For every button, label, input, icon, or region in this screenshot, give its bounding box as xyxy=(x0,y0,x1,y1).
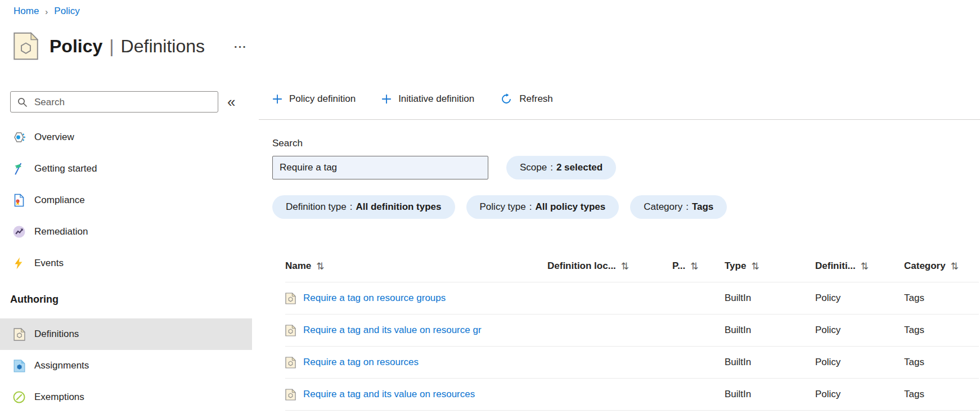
policy-name-link[interactable]: Require a tag on resource groups xyxy=(303,293,446,304)
pill-name: Policy type xyxy=(480,201,526,213)
type-cell: BuiltIn xyxy=(725,389,815,400)
sidebar-item-exemptions[interactable]: Exemptions xyxy=(0,381,252,413)
sort-icon: ⇅ xyxy=(861,260,869,272)
sidebar-item-events[interactable]: Events xyxy=(0,248,252,279)
column-header[interactable]: Category ⇅ xyxy=(904,260,979,272)
definition-type-cell: Policy xyxy=(815,325,904,336)
sidebar-item-label: Definitions xyxy=(34,329,79,340)
column-header[interactable]: Name ⇅ xyxy=(285,260,547,272)
policy-definition-button[interactable]: Policy definition xyxy=(272,93,356,105)
column-header[interactable]: Type ⇅ xyxy=(725,260,815,272)
type-cell: BuiltIn xyxy=(725,325,815,336)
sidebar-item-definitions[interactable]: Definitions xyxy=(0,318,252,350)
search-label: Search xyxy=(272,138,980,149)
filter-pill[interactable]: Definition type:All definition types xyxy=(272,195,455,219)
column-header-label: Definiti... xyxy=(815,260,856,272)
pill-separator: : xyxy=(686,201,689,213)
policy-definition-icon xyxy=(285,357,296,368)
sidebar-search-box[interactable] xyxy=(10,91,218,113)
pill-value: All definition types xyxy=(356,201,441,213)
sidebar-authoring-nav: Definitions Assignments xyxy=(0,318,252,413)
column-header-label: Name xyxy=(285,260,311,272)
sidebar-item-remediation[interactable]: Remediation xyxy=(0,216,252,248)
exemptions-icon xyxy=(12,390,26,404)
initiative-definition-label: Initiative definition xyxy=(398,93,474,105)
sort-icon: ⇅ xyxy=(751,260,759,272)
page-header: Policy | Definitions ··· xyxy=(14,32,250,60)
pill-separator: : xyxy=(550,162,553,173)
pill-value: All policy types xyxy=(535,201,605,213)
sidebar-item-label: Assignments xyxy=(34,360,89,371)
command-bar: Policy definition Initiative definition … xyxy=(259,79,980,120)
sidebar-item-compliance[interactable]: Compliance xyxy=(0,185,252,216)
policy-definition-icon xyxy=(285,389,296,401)
events-icon xyxy=(12,257,26,270)
sidebar-item-assignments[interactable]: Assignments xyxy=(0,350,252,381)
column-header-label: Type xyxy=(725,260,746,272)
pill-value: Tags xyxy=(692,201,713,213)
definitions-icon xyxy=(12,327,26,341)
overview-icon xyxy=(12,131,26,144)
initiative-definition-button[interactable]: Initiative definition xyxy=(381,93,474,105)
more-options-button[interactable]: ··· xyxy=(231,40,250,54)
policy-page-icon xyxy=(14,32,38,60)
assignments-icon xyxy=(12,359,26,372)
pill-name: Scope xyxy=(520,162,547,173)
policy-name-link[interactable]: Require a tag and its value on resource … xyxy=(303,325,482,336)
policy-name-link[interactable]: Require a tag on resources xyxy=(303,357,419,368)
sidebar-search-input[interactable] xyxy=(33,92,210,113)
sidebar-item-label: Overview xyxy=(34,132,74,143)
getting-started-icon xyxy=(12,162,26,176)
sort-icon: ⇅ xyxy=(316,260,324,272)
sort-icon: ⇅ xyxy=(951,260,959,272)
category-cell: Tags xyxy=(904,357,979,368)
sidebar-search-row: « xyxy=(0,91,252,113)
refresh-label: Refresh xyxy=(519,93,553,105)
page-title-secondary: Definitions xyxy=(121,36,205,57)
refresh-button[interactable]: Refresh xyxy=(500,93,553,105)
type-cell: BuiltIn xyxy=(725,357,815,368)
pill-value: 2 selected xyxy=(556,162,603,173)
breadcrumb-policy-link[interactable]: Policy xyxy=(54,6,79,17)
page-title: Policy | Definitions xyxy=(50,36,205,57)
sidebar: « Overview xyxy=(0,79,252,418)
breadcrumb-home-link[interactable]: Home xyxy=(14,6,39,17)
sidebar-item-getting-started[interactable]: Getting started xyxy=(0,153,252,185)
breadcrumb: Home › Policy xyxy=(14,6,80,17)
definition-type-cell: Policy xyxy=(815,293,904,304)
sort-icon: ⇅ xyxy=(621,260,629,272)
pill-separator: : xyxy=(350,201,353,213)
remediation-icon xyxy=(12,225,26,239)
table-body: Require a tag on resource groups BuiltIn… xyxy=(285,282,979,411)
category-cell: Tags xyxy=(904,293,979,304)
table-row: Require a tag and its value on resource … xyxy=(285,314,979,346)
filter-row-2: Definition type:All definition types Pol… xyxy=(272,195,980,219)
policy-name-link[interactable]: Require a tag and its value on resources xyxy=(303,389,475,400)
type-cell: BuiltIn xyxy=(725,293,815,304)
column-header[interactable]: Definiti... ⇅ xyxy=(815,260,904,272)
scope-filter-pill[interactable]: Scope:2 selected xyxy=(506,156,616,179)
sidebar-collapse-button[interactable]: « xyxy=(227,95,235,109)
sidebar-item-overview[interactable]: Overview xyxy=(0,122,252,153)
pill-name: Definition type xyxy=(286,201,347,213)
definition-type-cell: Policy xyxy=(815,357,904,368)
column-header[interactable]: P... ⇅ xyxy=(672,260,725,272)
policy-definition-icon xyxy=(285,325,296,336)
column-header[interactable]: Definition loc... ⇅ xyxy=(547,260,672,272)
category-cell: Tags xyxy=(904,389,979,400)
sidebar-item-label: Getting started xyxy=(34,163,97,174)
filter-pill[interactable]: Policy type:All policy types xyxy=(466,195,619,219)
filter-pill[interactable]: Category:Tags xyxy=(630,195,727,219)
search-icon xyxy=(17,97,28,108)
definitions-table: Name ⇅ Definition loc... ⇅ P... ⇅ T xyxy=(285,250,979,411)
definition-search-input[interactable] xyxy=(272,156,488,179)
plus-icon xyxy=(381,94,392,104)
table-row: Require a tag on resources BuiltIn Polic… xyxy=(285,346,979,378)
policy-definition-label: Policy definition xyxy=(289,93,356,105)
sidebar-nav: Overview Getting started xyxy=(0,122,252,279)
sort-icon: ⇅ xyxy=(690,260,698,272)
sidebar-section-authoring: Authoring xyxy=(0,288,252,311)
main-content: Policy definition Initiative definition … xyxy=(259,79,980,411)
plus-icon xyxy=(272,94,282,104)
table-row: Require a tag on resource groups BuiltIn… xyxy=(285,282,979,314)
